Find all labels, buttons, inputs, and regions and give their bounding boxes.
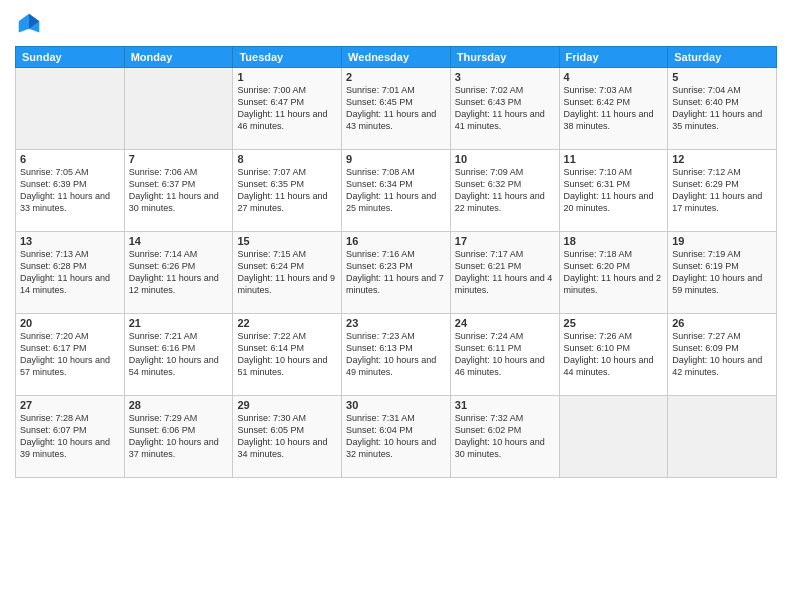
day-detail: Sunrise: 7:29 AM Sunset: 6:06 PM Dayligh… (129, 412, 229, 461)
calendar-cell: 14Sunrise: 7:14 AM Sunset: 6:26 PM Dayli… (124, 232, 233, 314)
calendar-cell (124, 68, 233, 150)
day-detail: Sunrise: 7:24 AM Sunset: 6:11 PM Dayligh… (455, 330, 555, 379)
day-number: 20 (20, 317, 120, 329)
day-detail: Sunrise: 7:02 AM Sunset: 6:43 PM Dayligh… (455, 84, 555, 133)
day-detail: Sunrise: 7:21 AM Sunset: 6:16 PM Dayligh… (129, 330, 229, 379)
calendar-cell: 23Sunrise: 7:23 AM Sunset: 6:13 PM Dayli… (342, 314, 451, 396)
day-number: 29 (237, 399, 337, 411)
calendar-cell: 4Sunrise: 7:03 AM Sunset: 6:42 PM Daylig… (559, 68, 668, 150)
calendar-cell: 17Sunrise: 7:17 AM Sunset: 6:21 PM Dayli… (450, 232, 559, 314)
day-number: 8 (237, 153, 337, 165)
day-detail: Sunrise: 7:15 AM Sunset: 6:24 PM Dayligh… (237, 248, 337, 297)
day-number: 27 (20, 399, 120, 411)
calendar-cell: 22Sunrise: 7:22 AM Sunset: 6:14 PM Dayli… (233, 314, 342, 396)
day-header-tuesday: Tuesday (233, 47, 342, 68)
day-detail: Sunrise: 7:00 AM Sunset: 6:47 PM Dayligh… (237, 84, 337, 133)
calendar-cell: 12Sunrise: 7:12 AM Sunset: 6:29 PM Dayli… (668, 150, 777, 232)
calendar-cell: 25Sunrise: 7:26 AM Sunset: 6:10 PM Dayli… (559, 314, 668, 396)
day-number: 5 (672, 71, 772, 83)
calendar-cell: 2Sunrise: 7:01 AM Sunset: 6:45 PM Daylig… (342, 68, 451, 150)
day-detail: Sunrise: 7:32 AM Sunset: 6:02 PM Dayligh… (455, 412, 555, 461)
day-number: 18 (564, 235, 664, 247)
day-detail: Sunrise: 7:30 AM Sunset: 6:05 PM Dayligh… (237, 412, 337, 461)
day-number: 13 (20, 235, 120, 247)
calendar-week-4: 20Sunrise: 7:20 AM Sunset: 6:17 PM Dayli… (16, 314, 777, 396)
day-detail: Sunrise: 7:31 AM Sunset: 6:04 PM Dayligh… (346, 412, 446, 461)
day-number: 31 (455, 399, 555, 411)
calendar-cell: 20Sunrise: 7:20 AM Sunset: 6:17 PM Dayli… (16, 314, 125, 396)
day-detail: Sunrise: 7:13 AM Sunset: 6:28 PM Dayligh… (20, 248, 120, 297)
calendar-week-2: 6Sunrise: 7:05 AM Sunset: 6:39 PM Daylig… (16, 150, 777, 232)
page: SundayMondayTuesdayWednesdayThursdayFrid… (0, 0, 792, 612)
day-number: 4 (564, 71, 664, 83)
day-number: 6 (20, 153, 120, 165)
calendar-cell: 21Sunrise: 7:21 AM Sunset: 6:16 PM Dayli… (124, 314, 233, 396)
calendar-cell: 19Sunrise: 7:19 AM Sunset: 6:19 PM Dayli… (668, 232, 777, 314)
day-number: 1 (237, 71, 337, 83)
day-number: 2 (346, 71, 446, 83)
day-detail: Sunrise: 7:01 AM Sunset: 6:45 PM Dayligh… (346, 84, 446, 133)
day-number: 26 (672, 317, 772, 329)
day-number: 12 (672, 153, 772, 165)
day-detail: Sunrise: 7:06 AM Sunset: 6:37 PM Dayligh… (129, 166, 229, 215)
day-number: 3 (455, 71, 555, 83)
day-detail: Sunrise: 7:17 AM Sunset: 6:21 PM Dayligh… (455, 248, 555, 297)
calendar-cell: 1Sunrise: 7:00 AM Sunset: 6:47 PM Daylig… (233, 68, 342, 150)
calendar-cell (559, 396, 668, 478)
header (15, 10, 777, 38)
day-number: 24 (455, 317, 555, 329)
day-number: 7 (129, 153, 229, 165)
calendar-cell: 6Sunrise: 7:05 AM Sunset: 6:39 PM Daylig… (16, 150, 125, 232)
calendar-week-1: 1Sunrise: 7:00 AM Sunset: 6:47 PM Daylig… (16, 68, 777, 150)
day-number: 30 (346, 399, 446, 411)
calendar-cell: 3Sunrise: 7:02 AM Sunset: 6:43 PM Daylig… (450, 68, 559, 150)
day-header-thursday: Thursday (450, 47, 559, 68)
calendar-week-3: 13Sunrise: 7:13 AM Sunset: 6:28 PM Dayli… (16, 232, 777, 314)
calendar-cell: 9Sunrise: 7:08 AM Sunset: 6:34 PM Daylig… (342, 150, 451, 232)
calendar-header-row: SundayMondayTuesdayWednesdayThursdayFrid… (16, 47, 777, 68)
day-number: 9 (346, 153, 446, 165)
calendar-cell: 30Sunrise: 7:31 AM Sunset: 6:04 PM Dayli… (342, 396, 451, 478)
calendar-cell: 15Sunrise: 7:15 AM Sunset: 6:24 PM Dayli… (233, 232, 342, 314)
calendar-cell: 27Sunrise: 7:28 AM Sunset: 6:07 PM Dayli… (16, 396, 125, 478)
calendar-cell: 13Sunrise: 7:13 AM Sunset: 6:28 PM Dayli… (16, 232, 125, 314)
day-detail: Sunrise: 7:10 AM Sunset: 6:31 PM Dayligh… (564, 166, 664, 215)
day-detail: Sunrise: 7:19 AM Sunset: 6:19 PM Dayligh… (672, 248, 772, 297)
day-detail: Sunrise: 7:22 AM Sunset: 6:14 PM Dayligh… (237, 330, 337, 379)
calendar-cell (16, 68, 125, 150)
day-detail: Sunrise: 7:18 AM Sunset: 6:20 PM Dayligh… (564, 248, 664, 297)
calendar-cell: 10Sunrise: 7:09 AM Sunset: 6:32 PM Dayli… (450, 150, 559, 232)
day-number: 28 (129, 399, 229, 411)
day-header-wednesday: Wednesday (342, 47, 451, 68)
day-number: 15 (237, 235, 337, 247)
calendar-week-5: 27Sunrise: 7:28 AM Sunset: 6:07 PM Dayli… (16, 396, 777, 478)
day-detail: Sunrise: 7:03 AM Sunset: 6:42 PM Dayligh… (564, 84, 664, 133)
day-detail: Sunrise: 7:12 AM Sunset: 6:29 PM Dayligh… (672, 166, 772, 215)
day-detail: Sunrise: 7:08 AM Sunset: 6:34 PM Dayligh… (346, 166, 446, 215)
calendar-cell: 31Sunrise: 7:32 AM Sunset: 6:02 PM Dayli… (450, 396, 559, 478)
calendar-cell: 16Sunrise: 7:16 AM Sunset: 6:23 PM Dayli… (342, 232, 451, 314)
day-detail: Sunrise: 7:26 AM Sunset: 6:10 PM Dayligh… (564, 330, 664, 379)
calendar-cell: 11Sunrise: 7:10 AM Sunset: 6:31 PM Dayli… (559, 150, 668, 232)
day-number: 25 (564, 317, 664, 329)
day-number: 11 (564, 153, 664, 165)
day-detail: Sunrise: 7:16 AM Sunset: 6:23 PM Dayligh… (346, 248, 446, 297)
calendar-cell: 18Sunrise: 7:18 AM Sunset: 6:20 PM Dayli… (559, 232, 668, 314)
day-detail: Sunrise: 7:05 AM Sunset: 6:39 PM Dayligh… (20, 166, 120, 215)
day-detail: Sunrise: 7:07 AM Sunset: 6:35 PM Dayligh… (237, 166, 337, 215)
calendar-cell: 28Sunrise: 7:29 AM Sunset: 6:06 PM Dayli… (124, 396, 233, 478)
day-header-monday: Monday (124, 47, 233, 68)
day-number: 23 (346, 317, 446, 329)
day-header-sunday: Sunday (16, 47, 125, 68)
day-detail: Sunrise: 7:20 AM Sunset: 6:17 PM Dayligh… (20, 330, 120, 379)
calendar-cell: 29Sunrise: 7:30 AM Sunset: 6:05 PM Dayli… (233, 396, 342, 478)
calendar-table: SundayMondayTuesdayWednesdayThursdayFrid… (15, 46, 777, 478)
calendar-cell: 7Sunrise: 7:06 AM Sunset: 6:37 PM Daylig… (124, 150, 233, 232)
day-detail: Sunrise: 7:09 AM Sunset: 6:32 PM Dayligh… (455, 166, 555, 215)
day-detail: Sunrise: 7:04 AM Sunset: 6:40 PM Dayligh… (672, 84, 772, 133)
day-number: 17 (455, 235, 555, 247)
day-detail: Sunrise: 7:27 AM Sunset: 6:09 PM Dayligh… (672, 330, 772, 379)
logo (15, 10, 47, 38)
day-number: 16 (346, 235, 446, 247)
day-number: 19 (672, 235, 772, 247)
